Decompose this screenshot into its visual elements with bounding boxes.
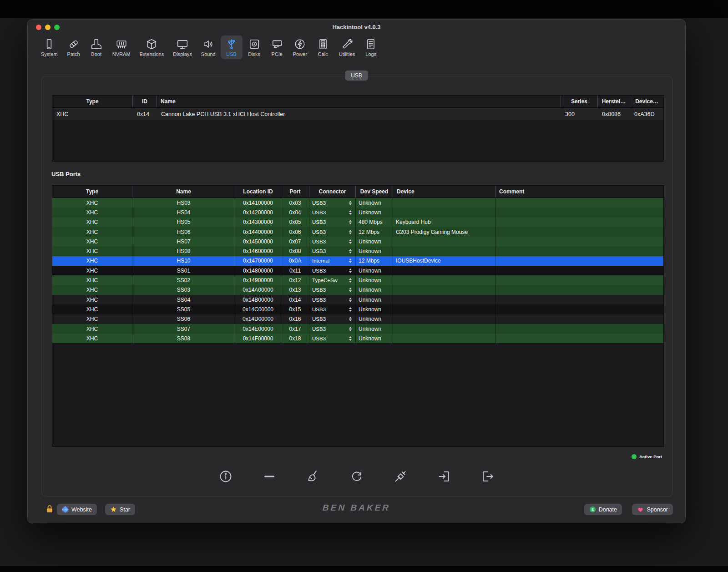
power-icon	[294, 38, 306, 50]
toolbar-item-utilities[interactable]: Utilities	[335, 35, 359, 59]
usb-port-row[interactable]: XHCHS060x144000000x06USB312 MbpsG203 Pro…	[52, 227, 663, 237]
toolbar-item-patch[interactable]: Patch	[63, 35, 85, 59]
toolbar-item-sound[interactable]: Sound	[197, 35, 220, 59]
export-button[interactable]	[480, 469, 495, 484]
heart-icon	[637, 506, 644, 513]
toolbar-item-nvram[interactable]: NVRAM	[108, 35, 135, 59]
cell-type: XHC	[52, 227, 132, 237]
usb-port-row[interactable]: XHCSS010x148000000x11USB3Unknown	[52, 266, 663, 275]
donate-button[interactable]: $ Donate	[584, 504, 622, 515]
connector-select[interactable]: USB3	[309, 334, 356, 343]
cell-port: 0x0A	[281, 256, 309, 266]
connector-select[interactable]: TypeC+Sw	[309, 275, 356, 285]
cell-type: XHC	[52, 334, 132, 343]
cell-location_id: 0x14900000	[235, 275, 281, 285]
toolbar-item-calc[interactable]: Calc	[312, 35, 334, 59]
toolbar-item-label: Power	[293, 51, 307, 57]
usb-port-row[interactable]: XHCHS070x145000000x07USB3Unknown	[52, 237, 663, 246]
connector-select[interactable]: USB3	[309, 218, 356, 227]
cell-port: 0x14	[281, 295, 309, 304]
column-header[interactable]: Location ID	[235, 186, 281, 197]
column-header[interactable]: Port	[281, 186, 309, 197]
info-button[interactable]	[218, 469, 233, 484]
cell-name: SS04	[132, 295, 235, 304]
cell-dev_speed: Unknown	[356, 324, 393, 334]
connector-select[interactable]: USB3	[309, 198, 356, 208]
controllers-body: XHC0x14Cannon Lake PCH USB 3.1 xHCI Host…	[52, 108, 663, 120]
cell-type: XHC	[52, 256, 132, 266]
connector-select[interactable]: USB3	[309, 295, 356, 304]
usb-port-row[interactable]: XHCSS040x14B000000x14USB3Unknown	[52, 295, 663, 304]
usb-port-row[interactable]: XHCHS040x142000000x04USB3Unknown	[52, 208, 663, 217]
column-header[interactable]: Name	[132, 186, 235, 197]
toolbar-item-logs[interactable]: Logs	[360, 35, 382, 59]
connector-select[interactable]: USB3	[309, 246, 356, 256]
connector-select[interactable]: USB3	[309, 285, 356, 295]
cell-comment	[495, 314, 663, 324]
cell-location_id: 0x14F00000	[235, 334, 281, 343]
usb-port-row[interactable]: XHCSS060x14D000000x16USB3Unknown	[52, 314, 663, 324]
toolbar-item-usb[interactable]: USB	[221, 35, 243, 59]
tab-usb[interactable]: USB	[345, 71, 368, 81]
toolbar-item-pcie[interactable]: PCIe	[266, 35, 288, 59]
cell-dev_speed: Unknown	[356, 304, 393, 314]
column-header[interactable]: Type	[52, 186, 132, 197]
cell-name: SS07	[132, 324, 235, 334]
toolbar-item-power[interactable]: Power	[289, 35, 311, 59]
connector-select[interactable]: USB3	[309, 237, 356, 246]
system-icon	[43, 38, 55, 50]
connector-select[interactable]: USB3	[309, 304, 356, 314]
controller-row[interactable]: XHC0x14Cannon Lake PCH USB 3.1 xHCI Host…	[52, 108, 663, 120]
cell-device	[393, 324, 495, 334]
usb-port-row[interactable]: XHCHS030x141000000x03USB3Unknown	[52, 198, 663, 208]
column-header[interactable]: Name	[157, 96, 561, 107]
usb-port-row[interactable]: XHCHS080x146000000x08USB3Unknown	[52, 246, 663, 256]
column-header[interactable]: Type	[52, 96, 133, 107]
toolbar-item-displays[interactable]: Displays	[169, 35, 196, 59]
usb-port-row[interactable]: XHCSS080x14F000000x18USB3Unknown	[52, 334, 663, 343]
toolbar-item-boot[interactable]: Boot	[86, 35, 107, 59]
connector-select[interactable]: USB3	[309, 324, 356, 334]
cell-device: G203 Prodigy Gaming Mouse	[393, 227, 495, 237]
column-header[interactable]: Herstel…	[598, 96, 630, 107]
cell-comment	[495, 256, 663, 266]
column-header[interactable]: Device	[393, 186, 495, 197]
usb-port-row[interactable]: XHCHS050x143000000x05USB3480 MbpsKeyboar…	[52, 218, 663, 227]
column-header[interactable]: Device…	[630, 96, 663, 107]
sponsor-button[interactable]: Sponsor	[632, 504, 673, 515]
toolbar-item-system[interactable]: System	[37, 35, 62, 59]
usb-port-row[interactable]: XHCSS020x149000000x12TypeC+SwUnknown	[52, 275, 663, 285]
clean-button[interactable]	[306, 469, 320, 484]
column-header[interactable]: Comment	[495, 186, 663, 197]
cell-comment	[495, 334, 663, 343]
column-header[interactable]: Connector	[309, 186, 356, 197]
refresh-button[interactable]	[349, 469, 364, 484]
cell-device: IOUSBHostDevice	[393, 256, 495, 266]
column-header[interactable]: ID	[133, 96, 157, 107]
cell-device	[393, 266, 495, 275]
connector-select[interactable]: USB3	[309, 314, 356, 324]
column-header[interactable]: Series	[561, 96, 598, 107]
toolbar-item-label: Calc	[318, 51, 328, 57]
inject-button[interactable]	[393, 469, 408, 484]
connector-select[interactable]: USB3	[309, 208, 356, 217]
usb-port-row[interactable]: XHCHS100x147000000x0AInternal12 MbpsIOUS…	[52, 256, 663, 266]
usb-port-row[interactable]: XHCSS030x14A000000x13USB3Unknown	[52, 285, 663, 295]
usb-port-row[interactable]: XHCSS050x14C000000x15USB3Unknown	[52, 304, 663, 314]
app-window: Hackintool v4.0.3 SystemPatchBootNVRAMEx…	[27, 19, 686, 523]
connector-select[interactable]: USB3	[309, 227, 356, 237]
toolbar-item-label: Boot	[91, 51, 101, 57]
toolbar-item-extensions[interactable]: Extensions	[135, 35, 168, 59]
import-button[interactable]	[437, 469, 451, 484]
cell-name: HS04	[132, 208, 235, 217]
cell-dev_speed: Unknown	[356, 314, 393, 324]
remove-button[interactable]	[262, 469, 277, 484]
cell-device	[393, 304, 495, 314]
cell-type: XHC	[52, 246, 132, 256]
toolbar-item-disks[interactable]: Disks	[243, 35, 265, 59]
ports-header: TypeNameLocation IDPortConnectorDev Spee…	[52, 186, 663, 198]
connector-select[interactable]: USB3	[309, 266, 356, 275]
connector-select[interactable]: Internal	[309, 256, 356, 266]
column-header[interactable]: Dev Speed	[356, 186, 393, 197]
usb-port-row[interactable]: XHCSS070x14E000000x17USB3Unknown	[52, 324, 663, 334]
